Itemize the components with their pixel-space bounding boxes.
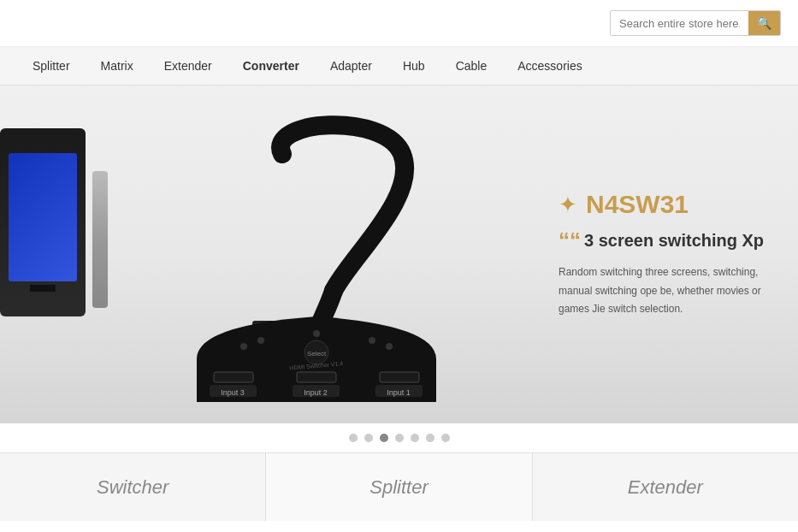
hero-description: Random switching three screens, switchin… (559, 263, 777, 319)
dot-6[interactable] (426, 434, 434, 442)
tv-stand (30, 285, 56, 292)
dot-2[interactable] (364, 434, 373, 442)
svg-point-15 (257, 337, 264, 344)
svg-rect-9 (214, 372, 253, 382)
product-svg: Input 3 Input 2 Input 1 Select HDMI Swit… (111, 103, 547, 411)
dot-5[interactable] (411, 434, 419, 442)
hero-banner: Input 3 Input 2 Input 1 Select HDMI Swit… (0, 86, 798, 423)
search-bar: 🔍 (610, 10, 781, 36)
svg-text:Input 2: Input 2 (304, 388, 328, 397)
dot-4[interactable] (395, 434, 404, 442)
svg-rect-11 (380, 372, 419, 382)
brand-icon: ✦ (559, 192, 577, 218)
hero-text-panel: ✦ N4SW31 ““ 3 screen switching Xp Random… (537, 86, 798, 423)
svg-point-17 (369, 337, 375, 344)
nav-item-extender[interactable]: Extender (149, 49, 228, 83)
nav-item-splitter[interactable]: Splitter (17, 49, 86, 83)
svg-rect-10 (297, 372, 336, 382)
search-button[interactable]: 🔍 (748, 11, 780, 35)
hero-brand: ✦ N4SW31 (559, 190, 777, 219)
svg-text:Input 3: Input 3 (221, 388, 245, 397)
search-input[interactable] (611, 12, 748, 35)
category-splitter-label: Splitter (369, 476, 428, 499)
category-switcher[interactable]: Switcher (0, 453, 266, 521)
nav-item-adapter[interactable]: Adapter (315, 49, 387, 83)
nav-item-matrix[interactable]: Matrix (86, 49, 149, 83)
nav-item-cable[interactable]: Cable (440, 49, 503, 83)
dot-7[interactable] (441, 434, 450, 442)
category-switcher-label: Switcher (97, 476, 168, 499)
svg-text:Input 1: Input 1 (387, 388, 411, 397)
svg-text:Select: Select (307, 350, 327, 358)
dot-3[interactable] (380, 434, 388, 442)
nav-item-accessories[interactable]: Accessories (502, 49, 597, 83)
category-cards: Switcher Splitter Extender (0, 452, 798, 521)
dot-1[interactable] (349, 434, 358, 442)
main-nav: Splitter Matrix Extender Converter Adapt… (0, 47, 798, 86)
tv-unit (0, 128, 86, 316)
brand-name: N4SW31 (586, 190, 689, 219)
nav-item-converter[interactable]: Converter (228, 49, 315, 83)
category-extender-label: Extender (628, 476, 703, 499)
site-header: 🔍 (0, 0, 798, 47)
hero-tagline-container: ““ 3 screen switching Xp (559, 229, 777, 251)
nav-item-hub[interactable]: Hub (387, 49, 440, 83)
category-extender[interactable]: Extender (533, 453, 798, 521)
svg-point-16 (313, 330, 320, 337)
category-splitter[interactable]: Splitter (266, 453, 532, 521)
speaker-tower (92, 171, 108, 308)
svg-point-18 (386, 343, 393, 350)
slider-dots (0, 423, 798, 452)
quote-mark: ““ (559, 229, 581, 251)
hero-tagline: 3 screen switching Xp (584, 231, 764, 251)
tv-screen (9, 153, 77, 281)
svg-point-14 (240, 343, 247, 350)
